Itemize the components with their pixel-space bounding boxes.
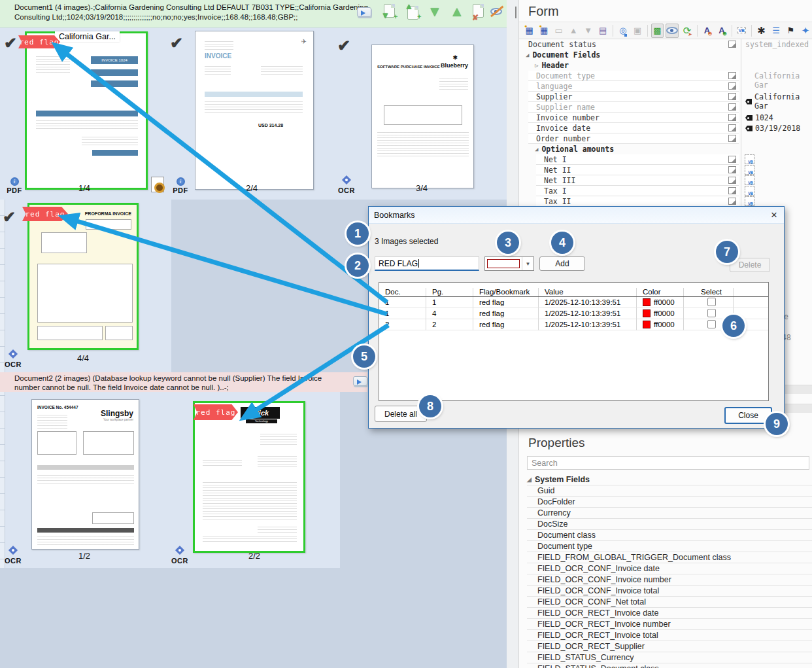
field-row-order-number[interactable]: Order number [519,133,812,144]
font-decrease-icon[interactable]: A⊖ [701,24,714,38]
red-flag-label-2-2[interactable]: red flag [194,404,238,420]
field-row-tax-1[interactable]: Tax IVB [519,186,812,196]
validate-keyboard-icon[interactable] [357,5,374,22]
bookmark-row[interactable]: 14 red flag1/2025-12-10:13:39:51 ff0000 [379,308,768,319]
pdf-badge-2-4[interactable]: iPDF [169,174,192,194]
move-down-icon[interactable]: ▼ [428,3,445,20]
thumbnail-4-4[interactable]: PROFORMA INVOICE [27,203,139,350]
layout-add-icon[interactable]: ▦● [523,24,536,38]
flag-cat-icon[interactable]: ⚑ [785,24,798,38]
col-pg[interactable]: Pg. [426,288,473,296]
close-button[interactable]: Close [724,407,772,424]
note-icon[interactable] [728,82,736,90]
note-icon[interactable] [728,72,736,79]
dialog-titlebar[interactable]: Bookmarks × [369,207,784,224]
note-icon[interactable] [728,166,736,173]
layout-insert-icon[interactable]: ▦● [538,24,551,38]
delete-page-icon[interactable]: ✘ [471,4,488,21]
insert-page-after-icon[interactable]: ▼＋ [382,4,399,21]
gear-icon[interactable]: ✱ [755,24,768,38]
red-flag-label-4-4[interactable]: red flag [22,207,68,221]
vb-script-icon[interactable]: VB [745,154,754,164]
property-row[interactable]: FIELD_OCR_CONF_Invoice number [527,574,812,585]
row-select-checkbox[interactable] [707,309,716,317]
form-settings-icon[interactable]: ▣ [631,24,644,38]
property-row[interactable]: Document type [527,540,812,552]
add-button[interactable]: Add [539,256,585,271]
property-row[interactable]: FIELD_OCR_RECT_Supplier [527,641,812,652]
note-icon[interactable] [728,124,736,132]
field-row-supplier-name[interactable]: Supplier name [519,102,812,113]
refresh-icon[interactable]: ⟳➤ [681,24,694,38]
field-down-icon[interactable]: ▼ [582,24,595,38]
col-select[interactable]: Select [684,288,734,296]
note-icon[interactable] [728,187,736,194]
document2-header-bar[interactable]: Document2 (2 images) (Database lookup ke… [0,372,367,392]
field-up-icon[interactable]: ▲ [567,24,581,38]
ocr-zone-view-icon[interactable]: ▩ [651,24,664,38]
thumbnail-2-4[interactable]: INVOICE USD 314.28 ✈ [195,31,314,190]
property-row[interactable]: FIELD_FROM_GLOBAL_TRIGGER_Document class [527,552,812,563]
vb-script-icon[interactable]: VB [745,165,754,175]
expanded-tree-icon[interactable]: ◢ [535,146,538,152]
note-icon[interactable] [728,93,736,100]
properties-search-input[interactable] [527,456,809,470]
chevron-down-icon[interactable]: ▼ [522,257,533,270]
vb-script-icon[interactable]: VB [745,196,754,206]
field-row-tax-2[interactable]: Tax IIVB [519,196,812,207]
note-icon[interactable] [728,177,736,184]
ocr-badge-1-2[interactable]: OCR [1,544,25,565]
field-row-language[interactable]: language [519,81,812,92]
document-status-row[interactable]: Document status system_indexed [519,39,812,49]
stamp-tool-icon[interactable]: ▭ [552,24,566,38]
property-row[interactable]: DocFolder [527,496,812,507]
group-optional-amounts[interactable]: ◢Optional amounts [519,144,812,154]
close-icon[interactable]: × [771,209,777,222]
col-doc[interactable]: Doc. [379,288,426,296]
group-header[interactable]: ▷Header [519,60,812,71]
search-note-icon[interactable]: ◎ [617,24,630,38]
property-row[interactable]: FIELD_STATUS_Document class [527,663,812,668]
note-icon[interactable] [728,198,736,205]
thumbnail-2-2[interactable]: Klick Technology [193,401,305,553]
expanded-tree-icon[interactable]: ◢ [526,52,529,58]
stamp-icon[interactable] [151,177,164,192]
sparkle-icon[interactable]: ✦ [799,24,812,38]
pdf-badge-1-4[interactable]: iPDF [3,174,26,194]
note-icon[interactable] [728,156,736,163]
property-row[interactable]: FIELD_STATUS_Currency [527,652,812,663]
field-row-invoice-date[interactable]: Invoice date 03/19/2018 [519,123,812,133]
vb-script-icon[interactable]: VB [745,186,754,196]
font-increase-icon[interactable]: A⊕ [715,24,728,38]
note-icon[interactable] [728,114,736,121]
field-row-document-type[interactable]: Document type California Gar [519,71,812,81]
vb-script-icon[interactable]: VB [745,175,754,185]
field-row-net-2[interactable]: Net IIVB [519,165,812,175]
group-document-fields[interactable]: ◢Document Fields [519,50,812,60]
col-color[interactable]: Color [637,288,684,296]
thumbnail-1-2[interactable]: INVOICE No. 454447 Slingsby Your workpla… [31,399,139,550]
eye-view-icon[interactable] [666,24,679,38]
property-row[interactable]: Document class [527,529,812,540]
group-system-fields[interactable]: ◢System Fields [527,474,812,485]
property-row[interactable]: DocSize [527,518,812,529]
ocr-badge-2-2[interactable]: OCR [168,544,192,565]
bookmark-row[interactable]: 11 red flag1/2025-12-10:13:39:51 ff0000 [379,297,768,308]
collapsed-tree-icon[interactable]: ▷ [535,62,538,69]
bookmark-row[interactable]: 22 red flag1/2025-12-10:13:39:51 ff0000 [379,319,768,330]
flag-name-input[interactable]: RED FLAG [375,256,479,271]
ocr-badge-4-4[interactable]: OCR [1,348,25,368]
row-select-checkbox[interactable] [707,298,716,306]
field-row-net-3[interactable]: Net IIIVB [519,175,812,186]
property-row[interactable]: FIELD_OCR_CONF_Invoice total [527,585,812,596]
delete-button[interactable]: Delete [730,258,770,272]
property-row[interactable]: FIELD_OCR_RECT_Invoice number [527,618,812,629]
splitter-handle[interactable] [515,7,516,18]
property-row[interactable]: FIELD_OCR_RECT_Invoice total [527,629,812,641]
property-row[interactable]: Guid [527,485,812,496]
hide-page-icon[interactable] [490,5,507,22]
note-icon[interactable] [728,135,736,142]
property-row[interactable]: FIELD_OCR_RECT_Invoice date [527,607,812,618]
col-value[interactable]: Value [539,288,637,296]
vb-script-icon[interactable]: VB [736,24,749,38]
